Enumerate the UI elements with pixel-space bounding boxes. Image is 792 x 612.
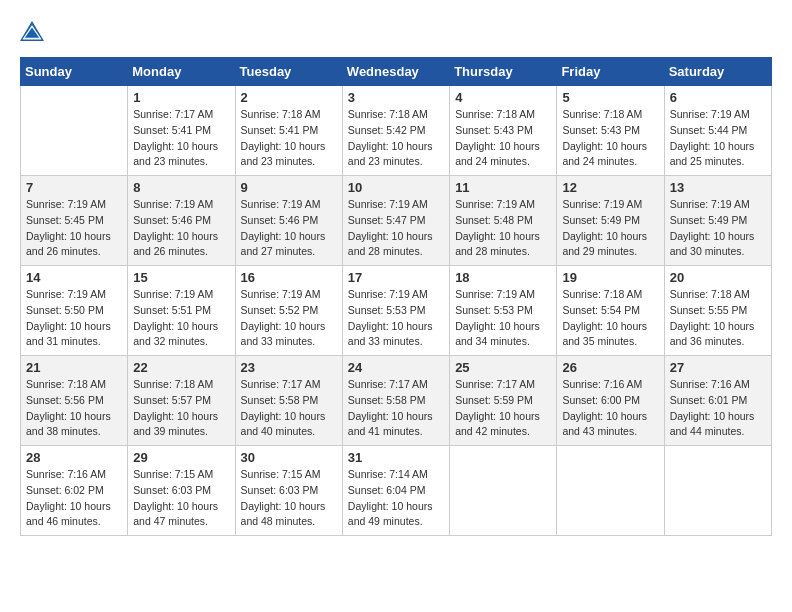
day-info: Sunrise: 7:18 AMSunset: 5:54 PMDaylight:… xyxy=(562,288,647,347)
day-number: 28 xyxy=(26,450,122,465)
calendar-cell: 9 Sunrise: 7:19 AMSunset: 5:46 PMDayligh… xyxy=(235,176,342,266)
calendar-cell: 18 Sunrise: 7:19 AMSunset: 5:53 PMDaylig… xyxy=(450,266,557,356)
calendar-cell: 29 Sunrise: 7:15 AMSunset: 6:03 PMDaylig… xyxy=(128,446,235,536)
calendar-cell: 23 Sunrise: 7:17 AMSunset: 5:58 PMDaylig… xyxy=(235,356,342,446)
day-info: Sunrise: 7:19 AMSunset: 5:46 PMDaylight:… xyxy=(241,198,326,257)
day-number: 17 xyxy=(348,270,444,285)
calendar-cell: 30 Sunrise: 7:15 AMSunset: 6:03 PMDaylig… xyxy=(235,446,342,536)
calendar-table: SundayMondayTuesdayWednesdayThursdayFrid… xyxy=(20,57,772,536)
day-number: 15 xyxy=(133,270,229,285)
calendar-cell: 25 Sunrise: 7:17 AMSunset: 5:59 PMDaylig… xyxy=(450,356,557,446)
day-info: Sunrise: 7:19 AMSunset: 5:48 PMDaylight:… xyxy=(455,198,540,257)
calendar-cell: 11 Sunrise: 7:19 AMSunset: 5:48 PMDaylig… xyxy=(450,176,557,266)
day-number: 10 xyxy=(348,180,444,195)
calendar-cell: 24 Sunrise: 7:17 AMSunset: 5:58 PMDaylig… xyxy=(342,356,449,446)
calendar-cell: 10 Sunrise: 7:19 AMSunset: 5:47 PMDaylig… xyxy=(342,176,449,266)
day-info: Sunrise: 7:18 AMSunset: 5:43 PMDaylight:… xyxy=(562,108,647,167)
day-number: 29 xyxy=(133,450,229,465)
day-info: Sunrise: 7:16 AMSunset: 6:02 PMDaylight:… xyxy=(26,468,111,527)
day-number: 6 xyxy=(670,90,766,105)
day-number: 7 xyxy=(26,180,122,195)
calendar-cell: 4 Sunrise: 7:18 AMSunset: 5:43 PMDayligh… xyxy=(450,86,557,176)
day-info: Sunrise: 7:17 AMSunset: 5:58 PMDaylight:… xyxy=(348,378,433,437)
day-header-wednesday: Wednesday xyxy=(342,58,449,86)
day-number: 25 xyxy=(455,360,551,375)
calendar-cell: 31 Sunrise: 7:14 AMSunset: 6:04 PMDaylig… xyxy=(342,446,449,536)
day-number: 30 xyxy=(241,450,337,465)
calendar-cell: 20 Sunrise: 7:18 AMSunset: 5:55 PMDaylig… xyxy=(664,266,771,356)
calendar-header-row: SundayMondayTuesdayWednesdayThursdayFrid… xyxy=(21,58,772,86)
day-info: Sunrise: 7:14 AMSunset: 6:04 PMDaylight:… xyxy=(348,468,433,527)
day-info: Sunrise: 7:18 AMSunset: 5:55 PMDaylight:… xyxy=(670,288,755,347)
day-header-saturday: Saturday xyxy=(664,58,771,86)
day-info: Sunrise: 7:16 AMSunset: 6:00 PMDaylight:… xyxy=(562,378,647,437)
day-info: Sunrise: 7:15 AMSunset: 6:03 PMDaylight:… xyxy=(133,468,218,527)
calendar-week-row: 21 Sunrise: 7:18 AMSunset: 5:56 PMDaylig… xyxy=(21,356,772,446)
day-info: Sunrise: 7:19 AMSunset: 5:49 PMDaylight:… xyxy=(670,198,755,257)
logo xyxy=(20,20,48,41)
day-info: Sunrise: 7:17 AMSunset: 5:59 PMDaylight:… xyxy=(455,378,540,437)
day-number: 22 xyxy=(133,360,229,375)
day-info: Sunrise: 7:19 AMSunset: 5:53 PMDaylight:… xyxy=(455,288,540,347)
calendar-cell: 2 Sunrise: 7:18 AMSunset: 5:41 PMDayligh… xyxy=(235,86,342,176)
calendar-week-row: 28 Sunrise: 7:16 AMSunset: 6:02 PMDaylig… xyxy=(21,446,772,536)
day-number: 4 xyxy=(455,90,551,105)
day-number: 19 xyxy=(562,270,658,285)
calendar-cell: 1 Sunrise: 7:17 AMSunset: 5:41 PMDayligh… xyxy=(128,86,235,176)
day-number: 21 xyxy=(26,360,122,375)
day-number: 14 xyxy=(26,270,122,285)
calendar-cell: 3 Sunrise: 7:18 AMSunset: 5:42 PMDayligh… xyxy=(342,86,449,176)
day-number: 27 xyxy=(670,360,766,375)
calendar-cell: 27 Sunrise: 7:16 AMSunset: 6:01 PMDaylig… xyxy=(664,356,771,446)
calendar-cell: 19 Sunrise: 7:18 AMSunset: 5:54 PMDaylig… xyxy=(557,266,664,356)
calendar-cell: 14 Sunrise: 7:19 AMSunset: 5:50 PMDaylig… xyxy=(21,266,128,356)
day-header-monday: Monday xyxy=(128,58,235,86)
header xyxy=(20,20,772,41)
day-info: Sunrise: 7:18 AMSunset: 5:41 PMDaylight:… xyxy=(241,108,326,167)
day-info: Sunrise: 7:19 AMSunset: 5:53 PMDaylight:… xyxy=(348,288,433,347)
day-info: Sunrise: 7:19 AMSunset: 5:44 PMDaylight:… xyxy=(670,108,755,167)
calendar-cell: 26 Sunrise: 7:16 AMSunset: 6:00 PMDaylig… xyxy=(557,356,664,446)
day-number: 31 xyxy=(348,450,444,465)
calendar-cell: 16 Sunrise: 7:19 AMSunset: 5:52 PMDaylig… xyxy=(235,266,342,356)
calendar-week-row: 1 Sunrise: 7:17 AMSunset: 5:41 PMDayligh… xyxy=(21,86,772,176)
calendar-cell: 7 Sunrise: 7:19 AMSunset: 5:45 PMDayligh… xyxy=(21,176,128,266)
calendar-cell xyxy=(21,86,128,176)
day-number: 23 xyxy=(241,360,337,375)
day-info: Sunrise: 7:19 AMSunset: 5:52 PMDaylight:… xyxy=(241,288,326,347)
day-info: Sunrise: 7:16 AMSunset: 6:01 PMDaylight:… xyxy=(670,378,755,437)
day-number: 2 xyxy=(241,90,337,105)
day-info: Sunrise: 7:19 AMSunset: 5:47 PMDaylight:… xyxy=(348,198,433,257)
day-number: 1 xyxy=(133,90,229,105)
day-number: 13 xyxy=(670,180,766,195)
logo-icon xyxy=(20,21,44,41)
day-number: 5 xyxy=(562,90,658,105)
day-header-thursday: Thursday xyxy=(450,58,557,86)
day-number: 3 xyxy=(348,90,444,105)
day-number: 9 xyxy=(241,180,337,195)
day-number: 12 xyxy=(562,180,658,195)
day-info: Sunrise: 7:18 AMSunset: 5:56 PMDaylight:… xyxy=(26,378,111,437)
calendar-cell: 17 Sunrise: 7:19 AMSunset: 5:53 PMDaylig… xyxy=(342,266,449,356)
day-number: 16 xyxy=(241,270,337,285)
day-info: Sunrise: 7:19 AMSunset: 5:45 PMDaylight:… xyxy=(26,198,111,257)
day-info: Sunrise: 7:18 AMSunset: 5:43 PMDaylight:… xyxy=(455,108,540,167)
calendar-week-row: 7 Sunrise: 7:19 AMSunset: 5:45 PMDayligh… xyxy=(21,176,772,266)
day-info: Sunrise: 7:19 AMSunset: 5:49 PMDaylight:… xyxy=(562,198,647,257)
day-info: Sunrise: 7:18 AMSunset: 5:42 PMDaylight:… xyxy=(348,108,433,167)
day-info: Sunrise: 7:19 AMSunset: 5:50 PMDaylight:… xyxy=(26,288,111,347)
day-info: Sunrise: 7:17 AMSunset: 5:41 PMDaylight:… xyxy=(133,108,218,167)
day-info: Sunrise: 7:19 AMSunset: 5:51 PMDaylight:… xyxy=(133,288,218,347)
day-header-sunday: Sunday xyxy=(21,58,128,86)
day-info: Sunrise: 7:15 AMSunset: 6:03 PMDaylight:… xyxy=(241,468,326,527)
day-number: 11 xyxy=(455,180,551,195)
calendar-cell xyxy=(557,446,664,536)
calendar-cell: 15 Sunrise: 7:19 AMSunset: 5:51 PMDaylig… xyxy=(128,266,235,356)
day-info: Sunrise: 7:19 AMSunset: 5:46 PMDaylight:… xyxy=(133,198,218,257)
day-info: Sunrise: 7:18 AMSunset: 5:57 PMDaylight:… xyxy=(133,378,218,437)
calendar-cell: 22 Sunrise: 7:18 AMSunset: 5:57 PMDaylig… xyxy=(128,356,235,446)
calendar-cell: 21 Sunrise: 7:18 AMSunset: 5:56 PMDaylig… xyxy=(21,356,128,446)
day-number: 18 xyxy=(455,270,551,285)
day-number: 8 xyxy=(133,180,229,195)
calendar-cell xyxy=(450,446,557,536)
